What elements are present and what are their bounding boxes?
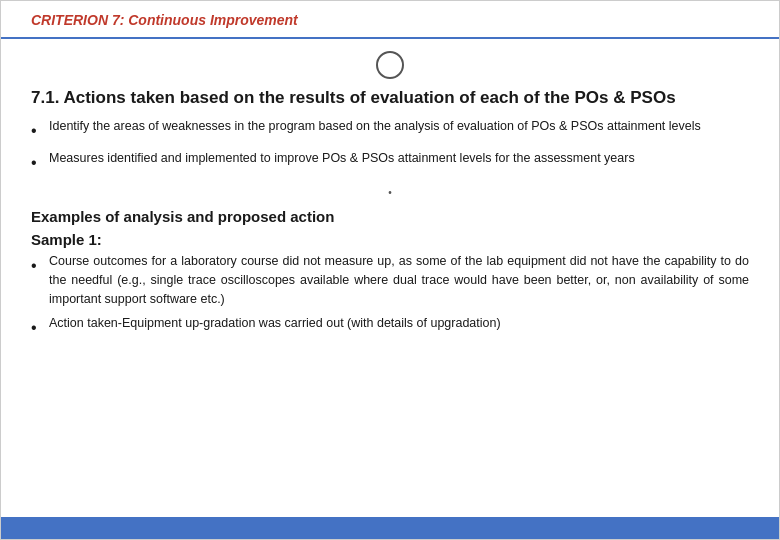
examples-bullet-list: • Course outcomes for a laboratory cours… xyxy=(31,252,749,340)
list-item: • Action taken-Equipment up-gradation wa… xyxy=(31,314,749,340)
example-bullet-text-1: Course outcomes for a laboratory course … xyxy=(49,252,749,308)
list-item: • Identify the areas of weaknesses in th… xyxy=(31,117,749,143)
examples-heading-line1: Examples of analysis and proposed action xyxy=(31,206,749,227)
example-bullet-text-2: Action taken-Equipment up-gradation was … xyxy=(49,314,501,333)
list-item: • Measures identified and implemented to… xyxy=(31,149,749,175)
footer-bar xyxy=(1,517,779,539)
bullet-icon: • xyxy=(31,119,49,143)
slide-container: CRITERION 7: Continuous Improvement 7.1.… xyxy=(0,0,780,540)
bullet-icon: • xyxy=(31,254,49,278)
section-bullet-list: • Identify the areas of weaknesses in th… xyxy=(31,117,749,175)
header-bar: CRITERION 7: Continuous Improvement xyxy=(1,1,779,39)
section-heading: 7.1. Actions taken based on the results … xyxy=(31,87,749,109)
bullet-icon: • xyxy=(31,316,49,340)
content-area: 7.1. Actions taken based on the results … xyxy=(1,39,779,517)
small-dot-divider: • xyxy=(31,187,749,198)
header-title: CRITERION 7: Continuous Improvement xyxy=(31,12,298,28)
bullet-text-2: Measures identified and implemented to i… xyxy=(49,149,635,168)
circle-icon xyxy=(376,51,404,79)
bullet-text-1: Identify the areas of weaknesses in the … xyxy=(49,117,701,136)
bullet-icon: • xyxy=(31,151,49,175)
examples-heading-line2: Sample 1: xyxy=(31,229,749,250)
list-item: • Course outcomes for a laboratory cours… xyxy=(31,252,749,308)
circle-divider xyxy=(31,51,749,79)
examples-section: Examples of analysis and proposed action… xyxy=(31,206,749,340)
